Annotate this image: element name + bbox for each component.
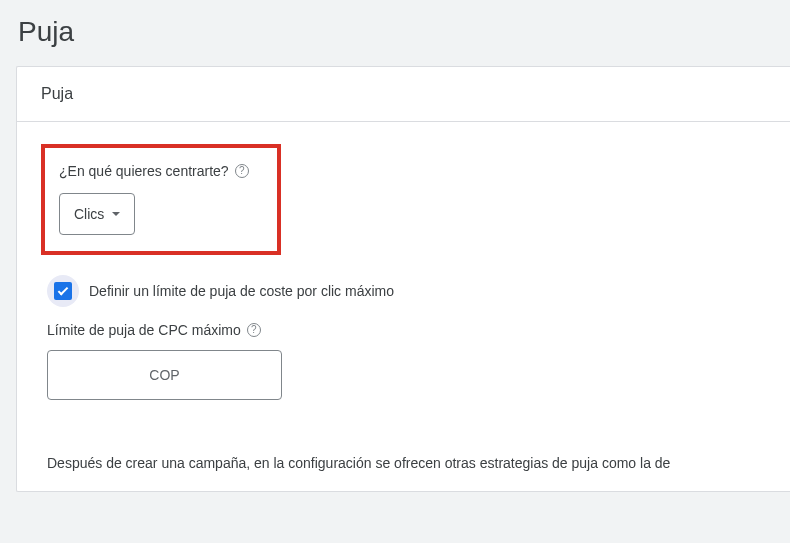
focus-highlight-box: ¿En qué quieres centrarte? ? Clics bbox=[41, 144, 281, 255]
help-icon[interactable]: ? bbox=[247, 323, 261, 337]
focus-question-text: ¿En qué quieres centrarte? bbox=[59, 163, 229, 179]
cpc-limit-label: Límite de puja de CPC máximo ? bbox=[41, 322, 261, 338]
chevron-down-icon bbox=[112, 212, 120, 216]
checkmark-icon bbox=[58, 284, 69, 295]
focus-question-label: ¿En qué quieres centrarte? ? bbox=[59, 163, 249, 179]
bidding-card: Puja ¿En qué quieres centrarte? ? Clics … bbox=[16, 66, 790, 492]
max-cpc-checkbox-label: Definir un límite de puja de coste por c… bbox=[89, 283, 394, 299]
help-icon[interactable]: ? bbox=[235, 164, 249, 178]
focus-dropdown[interactable]: Clics bbox=[59, 193, 135, 235]
checkbox-ripple bbox=[47, 275, 79, 307]
cpc-limit-input[interactable]: COP bbox=[47, 350, 282, 400]
currency-code: COP bbox=[149, 367, 179, 383]
max-cpc-checkbox[interactable] bbox=[54, 282, 72, 300]
card-footer-note: Después de crear una campaña, en la conf… bbox=[41, 455, 766, 471]
card-body: ¿En qué quieres centrarte? ? Clics Defin… bbox=[17, 122, 790, 491]
cpc-limit-text: Límite de puja de CPC máximo bbox=[47, 322, 241, 338]
focus-dropdown-value: Clics bbox=[74, 206, 104, 222]
max-cpc-checkbox-row: Definir un límite de puja de coste por c… bbox=[41, 275, 766, 307]
card-header: Puja bbox=[17, 67, 790, 122]
page-title: Puja bbox=[0, 0, 790, 66]
